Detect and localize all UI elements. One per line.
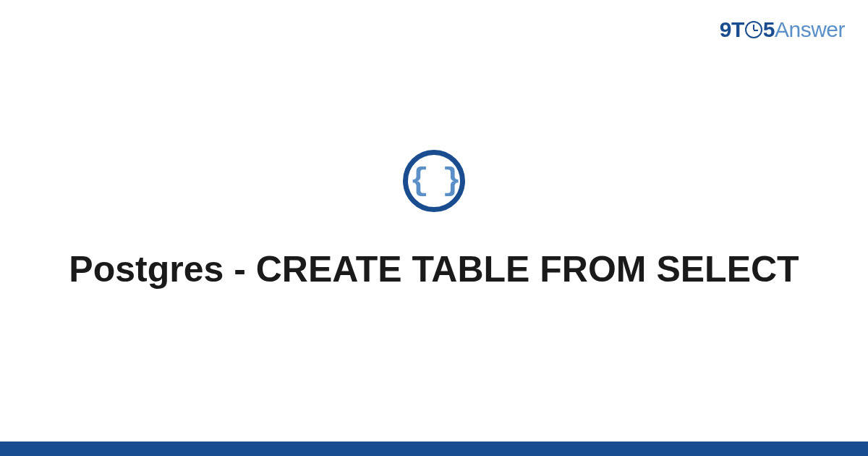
topic-icon-circle: { } (403, 150, 465, 212)
code-braces-icon: { } (409, 165, 458, 197)
footer-accent-bar (0, 442, 868, 456)
page-title: Postgres - CREATE TABLE FROM SELECT (69, 247, 799, 292)
main-content: { } Postgres - CREATE TABLE FROM SELECT (0, 0, 868, 442)
